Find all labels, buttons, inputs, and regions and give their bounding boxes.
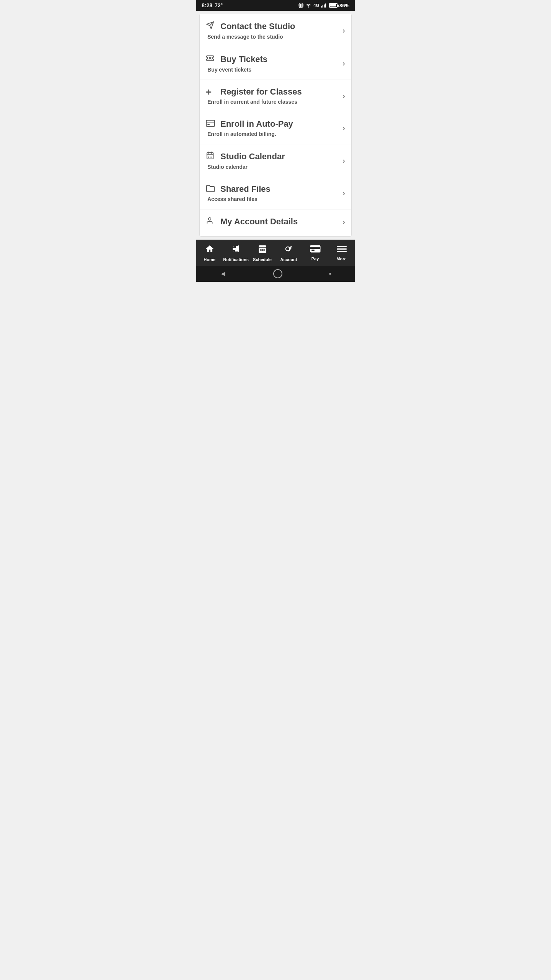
status-bar: 8:28 72° 4G 86% [196,0,355,11]
home-icon [205,244,214,256]
menu-item-title-autopay: Enroll in Auto-Pay [206,119,342,129]
paper-plane-icon [206,21,217,32]
battery-icon [329,3,337,8]
nav-label-schedule: Schedule [253,257,272,262]
ticket-icon [206,54,217,65]
svg-point-41 [287,248,289,250]
menu-item-left-autopay: Enroll in Auto-Pay Enroll in automated b… [206,119,342,137]
megaphone-icon [231,244,241,256]
svg-point-26 [209,218,211,220]
menu-item-title-account: My Account Details [206,216,342,227]
main-menu-list: Contact the Studio Send a message to the… [199,14,352,237]
menu-item-title-classes: + Register for Classes [206,87,342,97]
chevron-contact: › [342,26,345,35]
menu-item-title-files: Shared Files [206,184,342,194]
chevron-tickets: › [342,59,345,68]
svg-rect-47 [337,246,347,247]
menu-item-left-classes: + Register for Classes Enroll in current… [206,87,342,105]
svg-rect-48 [337,248,347,250]
nav-item-pay[interactable]: Pay [302,245,328,261]
vibrate-icon [298,2,303,8]
chevron-account: › [342,217,345,226]
menu-item-register-classes[interactable]: + Register for Classes Enroll in current… [200,80,351,112]
bottom-navigation: Home Notifications [196,240,355,266]
nav-item-account[interactable]: Account [276,244,302,262]
menu-item-autopay[interactable]: Enroll in Auto-Pay Enroll in automated b… [200,112,351,144]
svg-point-43 [291,247,292,248]
svg-rect-1 [300,4,302,7]
menu-item-subtitle-contact: Send a message to the studio [206,34,342,40]
plus-icon: + [206,87,217,97]
menu-item-title-tickets: Buy Tickets [206,54,342,65]
svg-rect-5 [321,6,322,7]
chevron-autopay: › [342,124,345,132]
menu-item-subtitle-calendar: Studio calendar [206,164,342,170]
signal-icon [321,3,327,8]
nav-label-pay: Pay [311,256,319,261]
network-type: 4G [313,3,319,8]
menu-item-buy-tickets[interactable]: Buy Tickets Buy event tickets › [200,47,351,80]
recents-button[interactable]: ▪ [329,270,331,278]
folder-icon [206,184,217,194]
chevron-files: › [342,189,345,198]
menu-item-left-account: My Account Details [206,216,342,227]
more-dots-icon [336,245,347,255]
menu-item-subtitle-files: Access shared files [206,196,342,202]
menu-item-shared-files[interactable]: Shared Files Access shared files › [200,177,351,209]
nav-item-schedule[interactable]: Schedule [249,244,276,262]
svg-rect-13 [206,120,215,126]
temperature-display: 72° [215,2,223,8]
svg-rect-6 [323,5,323,8]
status-right: 4G 86% [298,2,349,8]
chevron-calendar: › [342,156,345,165]
calendar-icon [206,151,217,162]
svg-rect-45 [310,247,320,249]
battery-level: 86% [339,3,349,8]
wifi-icon [305,3,311,8]
schedule-icon [258,244,267,256]
status-left: 8:28 72° [202,2,223,8]
svg-point-4 [308,7,309,7]
time-display: 8:28 [202,2,212,8]
menu-item-subtitle-classes: Enroll in current and future classes [206,99,342,105]
menu-item-subtitle-autopay: Enroll in automated billing. [206,131,342,137]
android-nav-bar: ◄ ⬤ ▪ [196,266,355,282]
nav-item-home[interactable]: Home [196,244,223,262]
person-icon [206,216,217,227]
menu-item-left-files: Shared Files Access shared files [206,184,342,202]
nav-item-notifications[interactable]: Notifications [223,244,249,262]
menu-item-title-calendar: Studio Calendar [206,151,342,162]
menu-item-subtitle-tickets: Buy event tickets [206,67,342,73]
svg-rect-46 [311,250,315,251]
back-button[interactable]: ◄ [220,270,227,278]
svg-rect-49 [337,251,347,252]
home-button[interactable]: ⬤ [273,269,282,278]
menu-item-contact-studio[interactable]: Contact the Studio Send a message to the… [200,14,351,47]
menu-item-account-details[interactable]: My Account Details › [200,209,351,234]
menu-item-left-tickets: Buy Tickets Buy event tickets [206,54,342,73]
nav-label-home: Home [204,257,215,262]
credit-card-icon [206,119,217,129]
nav-label-more: More [336,256,346,261]
svg-rect-28 [233,248,236,250]
svg-rect-7 [324,5,324,8]
nav-label-notifications: Notifications [223,257,249,262]
nav-label-account: Account [280,257,297,262]
chevron-classes: › [342,91,345,100]
svg-marker-27 [236,246,239,252]
menu-item-title-contact: Contact the Studio [206,21,342,32]
menu-item-left-calendar: Studio Calendar Studio calendar [206,151,342,170]
menu-item-calendar[interactable]: Studio Calendar Studio calendar › [200,144,351,177]
svg-rect-8 [325,3,326,7]
menu-item-left-contact: Contact the Studio Send a message to the… [206,21,342,40]
nav-item-more[interactable]: More [328,245,355,261]
svg-rect-16 [207,153,214,159]
pay-icon [310,245,321,255]
gears-icon [284,244,294,256]
